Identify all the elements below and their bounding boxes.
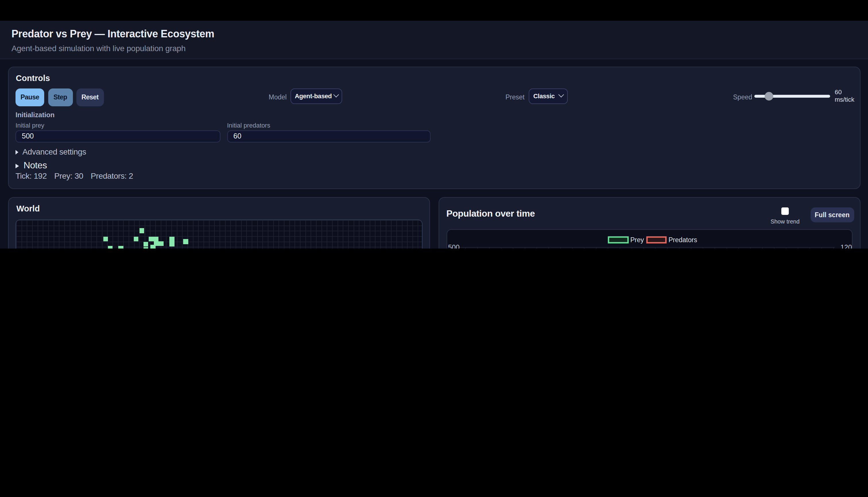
svg-text:500: 500 [448,243,459,248]
svg-text:120: 120 [840,243,852,248]
svg-text:Prey: Prey [630,236,644,243]
svg-text:Predators: Predators [668,236,697,243]
